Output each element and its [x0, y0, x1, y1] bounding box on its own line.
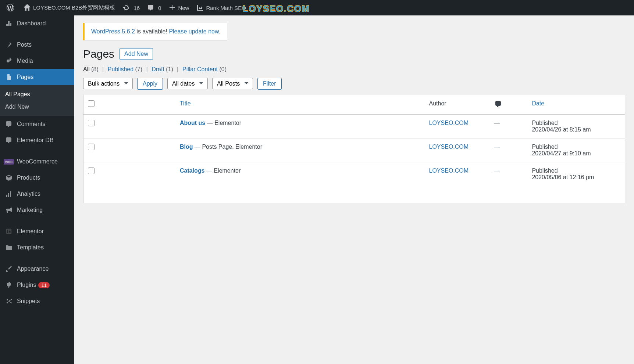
sidebar-item-snippets[interactable]: Snippets: [0, 293, 74, 309]
updates-count: 16: [133, 5, 140, 11]
woo-icon: woo: [4, 157, 13, 166]
filter-published[interactable]: Published (7): [108, 66, 142, 72]
sidebar-label: Appearance: [17, 266, 49, 272]
post-state: — Posts Page, Elementor: [193, 144, 262, 150]
sidebar-label: Elementor: [17, 228, 44, 235]
sidebar-label: Marketing: [17, 207, 43, 213]
analytics-icon: [4, 190, 13, 198]
new-content[interactable]: New: [165, 0, 193, 15]
filter-button[interactable]: Filter: [257, 78, 282, 90]
plugins-badge: 11: [38, 282, 49, 288]
author-link[interactable]: LOYSEO.COM: [429, 120, 469, 126]
add-new-button[interactable]: Add New: [120, 48, 153, 60]
scissors-icon: [4, 297, 13, 306]
sidebar-item-media[interactable]: Media: [0, 53, 74, 69]
table-row: Blog — Posts Page, Elementor LOYSEO.COM …: [83, 138, 625, 162]
row-checkbox[interactable]: [88, 167, 95, 174]
products-icon: [4, 173, 13, 182]
posts-filter-select[interactable]: All Posts: [212, 78, 253, 89]
submenu-add-new[interactable]: Add New: [0, 101, 74, 113]
sidebar-item-marketing[interactable]: Marketing: [0, 202, 74, 218]
author-link[interactable]: LOYSEO.COM: [429, 167, 469, 174]
megaphone-icon: [4, 206, 13, 215]
page-title-link[interactable]: About us: [180, 120, 205, 126]
site-name[interactable]: LOYSEO.COM B2B外贸网站模板: [20, 0, 119, 15]
wp-logo[interactable]: [3, 0, 20, 15]
column-author: Author: [425, 95, 490, 115]
updates[interactable]: 16: [119, 0, 143, 15]
column-date[interactable]: Date: [532, 100, 544, 107]
update-icon: [122, 4, 130, 11]
sidebar-item-woocommerce[interactable]: woo WooCommerce: [0, 154, 74, 170]
dashboard-icon: [4, 19, 13, 28]
admin-sidebar: Dashboard Posts Media Pages All Pages Ad…: [0, 15, 74, 364]
sidebar-label: Dashboard: [17, 20, 46, 27]
wordpress-icon: [7, 4, 14, 11]
sidebar-label: Products: [17, 174, 40, 181]
comment-icon: [147, 4, 154, 11]
page-title: Pages: [83, 48, 114, 60]
svg-rect-4: [9, 233, 11, 233]
table-row: About us — Elementor LOYSEO.COM — Publis…: [83, 115, 625, 138]
sidebar-item-posts[interactable]: Posts: [0, 37, 74, 53]
date-text: 2020/05/06 at 12:16 pm: [532, 174, 594, 180]
site-title-text: LOYSEO.COM B2B外贸网站模板: [33, 4, 115, 11]
status-text: Published: [532, 120, 558, 126]
comments[interactable]: 0: [143, 0, 165, 15]
bulk-actions-select[interactable]: Bulk actions: [83, 78, 133, 89]
sidebar-label: Elementor DB: [17, 137, 54, 144]
date-text: 2020/04/27 at 9:10 am: [532, 150, 591, 156]
status-filters: All (8) | Published (7) | Draft (1) | Pi…: [83, 66, 625, 73]
date-filter-select[interactable]: All dates: [167, 78, 208, 89]
svg-rect-1: [7, 230, 8, 233]
row-checkbox[interactable]: [88, 120, 95, 126]
filter-pillar[interactable]: Pillar Content (0): [182, 66, 227, 72]
sidebar-item-elementor[interactable]: Elementor: [0, 223, 74, 239]
sidebar-item-dashboard[interactable]: Dashboard: [0, 15, 74, 32]
column-title[interactable]: Title: [180, 100, 191, 107]
filter-draft[interactable]: Draft (1): [152, 66, 173, 72]
heading-row: Pages Add New: [83, 48, 625, 60]
sidebar-item-comments[interactable]: Comments: [0, 116, 74, 132]
post-state: — Elementor: [205, 167, 241, 174]
rank-math-label: Rank Math SEO: [206, 5, 246, 11]
sidebar-item-appearance[interactable]: Appearance: [0, 261, 74, 277]
notice-period: .: [219, 28, 220, 35]
wp-version-link[interactable]: WordPress 5.6.2: [91, 28, 135, 35]
sidebar-item-templates[interactable]: Templates: [0, 239, 74, 256]
table-row: Catalogs — Elementor LOYSEO.COM — Publis…: [83, 162, 625, 203]
sidebar-item-plugins[interactable]: Plugins 11: [0, 277, 74, 293]
brush-icon: [4, 264, 13, 273]
sidebar-item-elementor-db[interactable]: Elementor DB: [0, 132, 74, 148]
folder-icon: [4, 243, 13, 252]
filter-all[interactable]: All (8): [83, 66, 99, 72]
author-link[interactable]: LOYSEO.COM: [429, 144, 469, 150]
sidebar-item-products[interactable]: Products: [0, 170, 74, 186]
svg-rect-2: [9, 230, 11, 231]
sidebar-label: Analytics: [17, 191, 40, 197]
submenu-all-pages[interactable]: All Pages: [0, 88, 74, 101]
rank-math[interactable]: Rank Math SEO: [193, 0, 249, 15]
comments-value: —: [494, 120, 500, 126]
pages-submenu: All Pages Add New: [0, 85, 74, 116]
sidebar-label: Comments: [17, 121, 45, 127]
sidebar-label: Posts: [17, 42, 32, 48]
pin-icon: [4, 40, 13, 49]
chart-icon: [196, 4, 204, 11]
comments-value: —: [494, 144, 500, 150]
page-title-link[interactable]: Catalogs: [180, 167, 205, 174]
column-comments[interactable]: [489, 95, 527, 115]
home-icon: [24, 4, 31, 11]
sidebar-item-analytics[interactable]: Analytics: [0, 186, 74, 202]
sidebar-item-pages[interactable]: Pages: [0, 69, 74, 85]
plus-icon: [168, 4, 176, 11]
page-title-link[interactable]: Blog: [180, 144, 193, 150]
row-checkbox[interactable]: [88, 144, 95, 150]
status-text: Published: [532, 167, 558, 174]
apply-button[interactable]: Apply: [137, 78, 163, 90]
update-now-link[interactable]: Please update now: [169, 28, 218, 35]
sidebar-label: Media: [17, 58, 33, 64]
select-all-checkbox[interactable]: [88, 100, 95, 107]
notice-text: is available!: [135, 28, 169, 35]
pages-icon: [4, 73, 13, 82]
